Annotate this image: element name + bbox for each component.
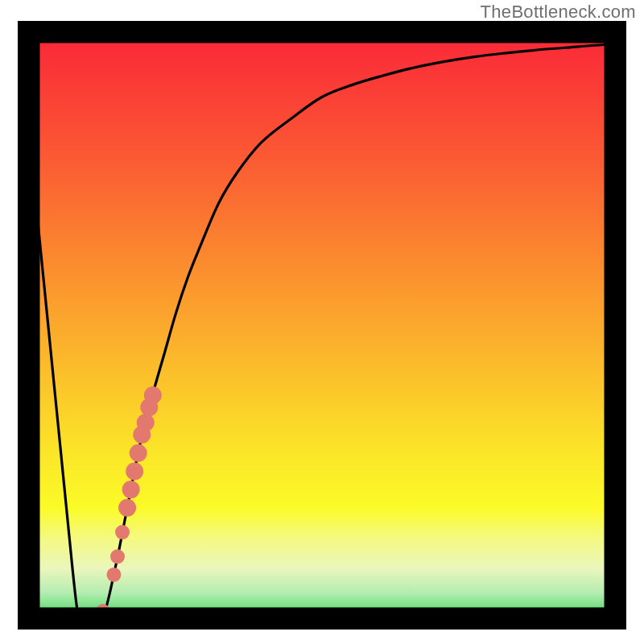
marker-point (122, 481, 140, 498)
chart-svg (18, 21, 626, 630)
marker-point (110, 549, 125, 564)
marker-point (106, 568, 121, 582)
attribution-label: TheBottleneck.com (481, 2, 636, 23)
marker-point (126, 462, 143, 480)
marker-point (130, 444, 147, 462)
gradient-background (18, 21, 626, 630)
marker-point (118, 499, 136, 517)
marker-point (115, 525, 130, 539)
chart-frame: TheBottleneck.com (0, 0, 644, 644)
marker-point (144, 386, 162, 404)
plot-area (18, 21, 626, 630)
marker-point (137, 414, 155, 431)
